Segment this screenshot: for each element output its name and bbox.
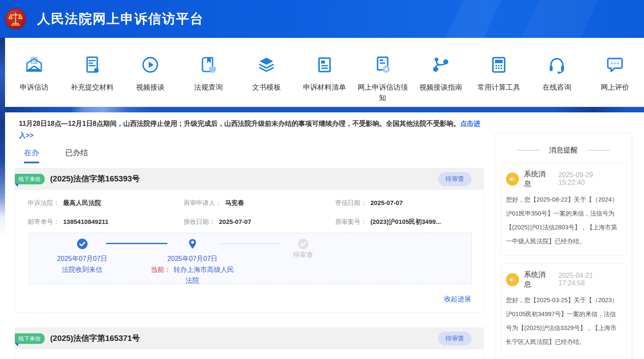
header-decoration bbox=[442, 0, 506, 38]
timeline-step-label: 待审查 bbox=[259, 250, 347, 261]
message-panel-title: 消息提醒 bbox=[549, 145, 578, 155]
message-body: 您好，您【2025-08-22】关于【（2024）沪01民申350号】一案的来信… bbox=[506, 193, 621, 248]
court-emblem-logo bbox=[6, 9, 25, 29]
field-value: (2023)沪0105民初3499... bbox=[370, 218, 441, 225]
headset-icon bbox=[547, 55, 567, 75]
field-label: 寄信日期： bbox=[335, 199, 367, 206]
check-circle-gray-icon bbox=[298, 238, 309, 250]
timeline-step-date: 2025年07月07日 bbox=[38, 253, 126, 264]
nav-item-10[interactable]: 在线咨询 bbox=[528, 38, 586, 107]
nav-item-7[interactable]: 网上申诉信访须知 bbox=[354, 38, 412, 107]
doc-star-icon bbox=[373, 55, 393, 75]
offline-letter-badge: 线下来信 bbox=[15, 174, 45, 184]
case-field: 接收日期：2025-07-07 bbox=[184, 218, 335, 226]
branch-guide-icon bbox=[431, 55, 451, 75]
nav-item-label: 申诉材料清单 bbox=[303, 82, 346, 93]
nav-item-1[interactable]: 申诉信访 bbox=[5, 38, 63, 107]
tab-completed[interactable]: 已办结 bbox=[65, 148, 88, 163]
offline-letter-badge: 线下来信 bbox=[15, 333, 45, 344]
notice-text: 11月28日18点—12月1日8点期间，山西法院停止使用；升级完成后，山西法院升… bbox=[19, 120, 460, 127]
doc-supplement-icon bbox=[82, 55, 102, 75]
decorative-band bbox=[0, 107, 644, 112]
case-header: 线下来信 (2025)法信字第165393号 待审查 bbox=[15, 168, 484, 190]
case-number: (2025)法信字第165393号 bbox=[50, 173, 140, 184]
speaker-icon bbox=[506, 173, 519, 186]
case-card: 线下来信 (2025)法信字第165393号 待审查 申诉法院：最高人民法院再审… bbox=[15, 168, 484, 313]
message-card-2[interactable]: 系统消息 2025-04-21 17:24:58 您好，您【2025-03-25… bbox=[500, 263, 626, 356]
collapse-progress-link[interactable]: 收起进展 bbox=[15, 295, 471, 304]
case-number: (2025)法信字第165371号 bbox=[50, 333, 140, 344]
case-field: 再审申请人：马宪春 bbox=[184, 199, 335, 207]
timeline-step-2: 2025年07月07日当前：转办上海市高级人民法院 bbox=[148, 238, 237, 286]
speaker-icon bbox=[506, 273, 519, 286]
timeline-step-label: 当前：转办上海市高级人民法院 bbox=[148, 264, 237, 286]
field-value: 最高人民法院 bbox=[63, 199, 101, 206]
nav-item-label: 视频接谈 bbox=[136, 82, 165, 93]
nav-item-label: 常用计算工具 bbox=[477, 82, 520, 93]
nav-item-6[interactable]: 申诉材料清单 bbox=[295, 38, 354, 107]
nav-item-9[interactable]: 常用计算工具 bbox=[470, 38, 528, 107]
case-header: 线下来信 (2025)法信字第165371号 待审查 bbox=[15, 327, 484, 349]
app-header: 人民法院网上申诉信访平台 bbox=[0, 0, 644, 38]
message-timestamp: 2025-09-29 15:22:40 bbox=[559, 171, 621, 186]
nav-item-11[interactable]: 网上评价 bbox=[586, 38, 644, 107]
case-tabs: 在办 已办结 bbox=[24, 148, 488, 163]
field-value: 2025-07-07 bbox=[370, 199, 403, 206]
field-label: 再审申请人： bbox=[184, 199, 221, 206]
timeline-step-date: 2025年07月07日 bbox=[148, 253, 237, 264]
message-panel-header: 消息提醒 bbox=[500, 145, 626, 155]
law-search-icon bbox=[198, 55, 218, 75]
nav-item-3[interactable]: 视频接谈 bbox=[121, 38, 179, 107]
timeline-connector bbox=[106, 243, 168, 244]
field-label: 原审案号： bbox=[335, 218, 367, 225]
timeline-connector bbox=[220, 243, 281, 244]
check-circle-icon bbox=[77, 238, 88, 250]
message-type: 系统消息 bbox=[524, 270, 553, 289]
scales-icon bbox=[6, 9, 25, 29]
case-body bbox=[15, 349, 484, 359]
calculator-icon bbox=[489, 55, 509, 75]
feedback-bubble-icon bbox=[605, 55, 625, 75]
case-field: 寄信日期：2025-07-07 bbox=[335, 199, 484, 207]
field-label: 接收日期： bbox=[184, 218, 215, 225]
status-badge: 待审查 bbox=[438, 332, 471, 346]
field-label: 申诉法院： bbox=[28, 199, 59, 206]
nav-item-label: 补充提交材料 bbox=[71, 82, 114, 93]
appeal-mail-icon bbox=[24, 55, 44, 75]
case-body: 申诉法院：最高人民法院再审申请人：马宪春寄信日期：2025-07-07邮寄单号：… bbox=[15, 190, 484, 313]
status-badge: 待审查 bbox=[438, 172, 471, 186]
layers-template-icon bbox=[256, 55, 277, 75]
tab-in-progress[interactable]: 在办 bbox=[24, 148, 39, 163]
nav-item-label: 文书模板 bbox=[252, 82, 281, 93]
video-play-icon bbox=[140, 55, 160, 75]
nav-item-4[interactable]: 法规查询 bbox=[179, 38, 237, 107]
header-decoration bbox=[518, 0, 602, 38]
nav-item-8[interactable]: 视频接谈指南 bbox=[412, 38, 470, 107]
nav-item-2[interactable]: 补充提交材料 bbox=[63, 38, 121, 107]
message-card-1[interactable]: 系统消息 2025-09-29 15:22:40 您好，您【2025-08-22… bbox=[500, 163, 626, 255]
doc-list-icon bbox=[314, 55, 335, 75]
timeline-step-label: 法院收到来信 bbox=[38, 264, 126, 275]
divider bbox=[587, 150, 610, 151]
field-label: 邮寄单号： bbox=[28, 218, 59, 225]
message-header: 系统消息 2025-09-29 15:22:40 bbox=[506, 169, 621, 189]
message-type: 系统消息 bbox=[524, 169, 553, 189]
case-timeline: 2025年07月07日法院收到来信2025年07月07日当前：转办上海市高级人民… bbox=[29, 233, 472, 284]
message-panel: 消息提醒 系统消息 2025-09-29 15:22:40 您好，您【2025-… bbox=[495, 133, 632, 359]
nav-item-label: 法规查询 bbox=[194, 82, 223, 93]
field-value: 1385410849211 bbox=[63, 218, 109, 225]
system-notice: 11月28日18点—12月1日8点期间，山西法院停止使用；升级完成后，山西法院升… bbox=[19, 118, 481, 141]
page-title: 人民法院网上申诉信访平台 bbox=[37, 10, 204, 28]
current-step-prefix: 当前： bbox=[151, 266, 171, 273]
nav-item-5[interactable]: 文书模板 bbox=[237, 38, 295, 107]
primary-nav: 申诉信访补充提交材料视频接谈法规查询文书模板申诉材料清单网上申诉信访须知视频接谈… bbox=[5, 38, 644, 107]
field-value: 2025-07-07 bbox=[219, 218, 251, 225]
case-field: 邮寄单号：1385410849211 bbox=[28, 218, 184, 226]
case-fields: 申诉法院：最高人民法院再审申请人：马宪春寄信日期：2025-07-07邮寄单号：… bbox=[15, 199, 484, 226]
message-body: 您好，您【2025-03-25】关于【（2023）沪0105民初34997号】一… bbox=[506, 293, 621, 349]
message-list: 系统消息 2025-09-29 15:22:40 您好，您【2025-08-22… bbox=[500, 163, 626, 359]
location-pin-icon bbox=[187, 238, 198, 250]
field-value: 马宪春 bbox=[225, 199, 244, 206]
nav-item-label: 申诉信访 bbox=[20, 82, 48, 93]
case-field: 原审案号：(2023)沪0105民初3499... bbox=[335, 218, 484, 226]
